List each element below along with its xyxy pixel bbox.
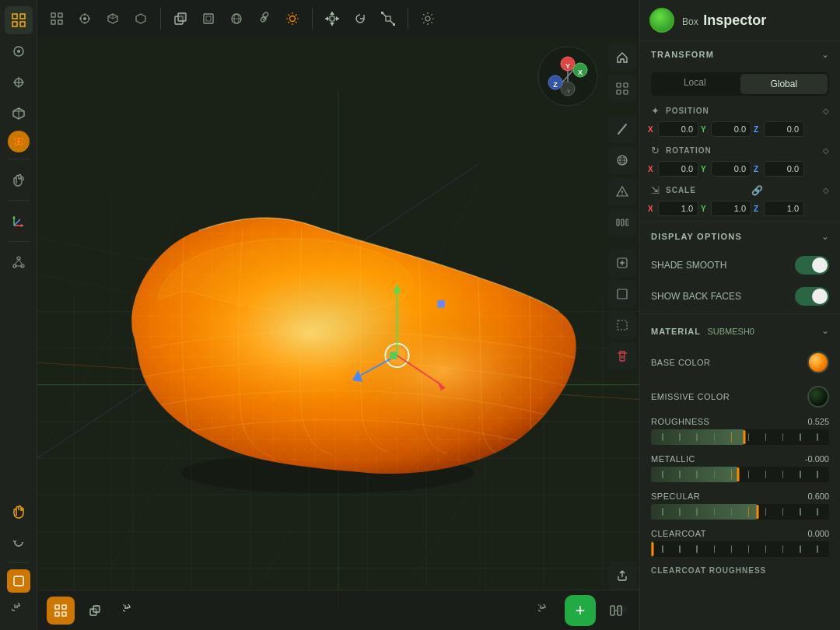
add-button[interactable]: + [565,595,596,626]
front-view-icon[interactable] [195,5,222,32]
shade-smooth-toggle[interactable] [795,256,829,275]
toolbar-move-icon[interactable] [5,68,33,96]
show-back-faces-row: SHOW BACK FACES [640,281,840,312]
position-z-input[interactable] [764,121,804,137]
divider-2 [640,313,840,314]
y-label-pos: Y [701,125,709,134]
svg-line-16 [14,219,20,226]
rotate-icon[interactable] [347,5,373,32]
square-bottom-icon[interactable] [81,597,109,625]
position-keyframe-icon[interactable]: ◇ [823,107,829,115]
slash-icon[interactable] [608,115,636,143]
emissive-color-swatch[interactable] [807,386,829,408]
coord-toggle: Local Global [651,72,829,96]
scale-keyframe-icon[interactable]: ◇ [823,186,829,194]
wireframe-icon[interactable] [128,5,154,32]
rotation-keyframe-icon[interactable]: ◇ [823,146,829,155]
rotation-x-input[interactable] [658,161,698,177]
undo2-icon[interactable] [530,597,558,625]
rotation-y-input[interactable] [711,161,751,177]
toolbar-box-icon[interactable] [5,100,33,128]
warning-icon[interactable] [608,177,636,205]
focus-icon[interactable] [608,75,636,103]
scale-x-input[interactable] [658,201,698,216]
share-icon[interactable] [608,562,636,590]
roughness-handle[interactable] [744,430,746,444]
settings-icon[interactable] [415,5,441,32]
display-options-header[interactable]: DISPLAY OPTIONS ⌄ [640,223,840,250]
base-color-swatch[interactable] [807,352,829,373]
panels-bottom-icon[interactable] [602,597,630,625]
toolbar-rotate-view-icon[interactable] [5,528,33,556]
home-icon[interactable] [608,44,636,72]
link-icon[interactable] [251,5,278,32]
clearcoat-slider[interactable] [651,541,829,557]
undo-bottom-icon[interactable] [115,597,143,625]
tick [714,508,716,516]
grid-tool-icon[interactable] [44,5,70,32]
transform-section-header[interactable]: TRANSFORM ⌄ [640,41,840,68]
material-header[interactable]: MATERIAL SUBMESH0 ⌄ [640,316,840,345]
global-icon[interactable] [608,146,636,174]
svg-rect-69 [51,20,55,24]
show-back-faces-knob [812,289,828,304]
metallic-label: METALLIC [651,454,695,464]
inspector-header: Box Inspector [640,0,840,41]
toolbar-hand-pan-icon[interactable] [5,497,33,525]
dash-square-icon[interactable] [608,311,636,339]
toolbar-sphere-icon[interactable] [8,131,30,152]
metallic-value: -0.000 [805,454,829,464]
top-view-icon[interactable] [223,5,250,32]
position-icon: ✦ [651,105,660,117]
svg-rect-137 [626,219,628,226]
material-chevron: ⌄ [821,325,829,336]
left-tool-group [44,5,154,32]
inspector-panel: Box Inspector TRANSFORM ⌄ Local Global ✦… [639,0,840,630]
clearcoat-handle[interactable] [652,542,654,556]
sun-icon[interactable] [279,5,306,32]
shade-smooth-row: SHADE SMOOTH [640,250,840,281]
tick [800,508,801,516]
trash-icon[interactable] [608,342,636,370]
orientation-gizmo[interactable]: Y -Y Z X [537,45,599,107]
roughness-slider[interactable] [651,429,829,445]
position-x-input[interactable] [658,121,698,137]
metallic-handle[interactable] [737,467,740,481]
svg-marker-103 [325,16,328,21]
specular-handle[interactable] [757,505,759,519]
move-icon[interactable] [319,5,345,32]
roughness-ticks [651,429,829,445]
perspective-icon[interactable] [167,5,194,32]
scale-y-input[interactable] [711,201,751,216]
square-sel-icon[interactable] [608,280,636,308]
inspector-subtitle: Box [682,16,698,27]
emissive-color-label: EMISSIVE COLOR [651,392,730,401]
scale-link-icon[interactable]: 🔗 [751,185,763,196]
add-panel-icon[interactable] [608,249,636,277]
toolbar-nodes-icon[interactable] [5,248,33,276]
svg-rect-122 [617,83,621,87]
toolbar-square-icon[interactable] [7,569,30,593]
scale-icon[interactable] [375,5,401,32]
toolbar-hand-icon[interactable] [5,166,33,194]
toolbar-sep-2 [8,200,30,201]
metallic-slider[interactable] [651,467,829,482]
toolbar-undo-icon[interactable] [5,596,33,624]
show-back-faces-toggle[interactable] [795,287,829,306]
grid-bottom-icon[interactable] [47,597,75,625]
scale-z-input[interactable] [764,201,804,216]
cube-icon[interactable] [100,5,126,32]
rotation-z-input[interactable] [764,161,804,177]
panel-icon[interactable] [608,208,636,236]
toolbar-grid-icon[interactable] [5,6,33,34]
target-icon[interactable] [72,5,98,32]
toolbar-sep-4 [8,562,30,563]
toolbar-cursor-icon[interactable] [5,37,33,65]
specular-slider[interactable] [651,504,829,520]
position-y-input[interactable] [711,121,751,137]
local-btn[interactable]: Local [651,72,739,96]
global-btn[interactable]: Global [740,74,828,94]
x-label-scl: X [648,205,656,213]
tick [800,471,801,478]
toolbar-axes-icon[interactable] [5,207,33,235]
